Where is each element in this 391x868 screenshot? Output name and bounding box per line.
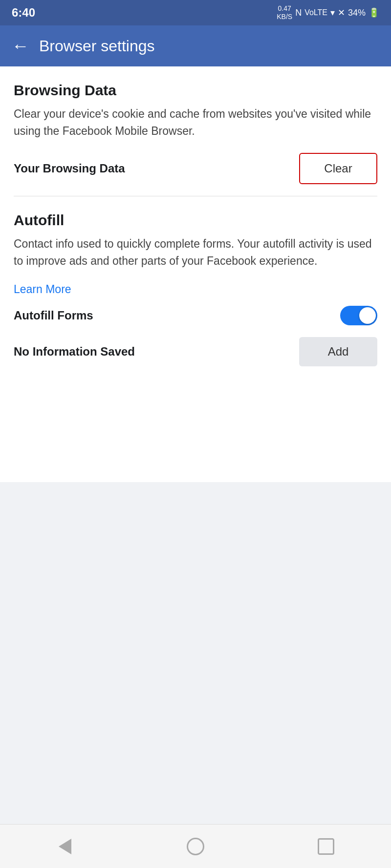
browsing-data-section: Browsing Data Clear your device's cookie… [14, 82, 377, 184]
nav-back-button[interactable] [50, 832, 80, 861]
main-content: Browsing Data Clear your device's cookie… [0, 66, 391, 482]
toggle-knob [359, 307, 376, 324]
add-button[interactable]: Add [299, 337, 377, 366]
browsing-data-label: Your Browsing Data [14, 162, 125, 175]
autofill-description: Contact info used to quickly complete fo… [14, 235, 377, 269]
bottom-nav [0, 824, 391, 868]
autofill-forms-label: Autofill Forms [14, 309, 93, 322]
status-time: 6:40 [12, 6, 35, 20]
battery-level: 34% [348, 8, 366, 18]
volte-icon: VoLTE [304, 8, 327, 17]
autofill-toggle[interactable] [340, 306, 377, 325]
browsing-data-description: Clear your device's cookie and cache fro… [14, 106, 377, 139]
nav-recents-button[interactable] [311, 832, 341, 861]
clear-button[interactable]: Clear [299, 153, 377, 184]
no-info-row: No Information Saved Add [14, 337, 377, 366]
section-divider [14, 196, 377, 196]
wifi-icon: ▾ [330, 7, 335, 18]
signal-icon: ✕ [338, 7, 345, 18]
nav-recents-icon [318, 838, 334, 855]
learn-more-link[interactable]: Learn More [14, 283, 377, 296]
back-button[interactable]: ← [12, 37, 29, 55]
browsing-data-row: Your Browsing Data Clear [14, 153, 377, 184]
nfc-icon: N [295, 8, 302, 18]
autofill-section: Autofill Contact info used to quickly co… [14, 212, 377, 366]
nav-back-icon [59, 839, 71, 854]
status-icons: 0.47 KB/S N VoLTE ▾ ✕ 34% 🔋 [277, 4, 379, 21]
nav-home-icon [187, 838, 204, 855]
app-bar: ← Browser settings [0, 25, 391, 66]
battery-icon: 🔋 [369, 7, 379, 18]
empty-area [0, 482, 391, 824]
browsing-data-title: Browsing Data [14, 82, 377, 99]
nav-home-button[interactable] [181, 832, 210, 861]
status-bar: 6:40 0.47 KB/S N VoLTE ▾ ✕ 34% 🔋 [0, 0, 391, 25]
data-speed: 0.47 KB/S [277, 4, 292, 21]
autofill-title: Autofill [14, 212, 377, 229]
autofill-toggle-row: Autofill Forms [14, 306, 377, 325]
no-info-label: No Information Saved [14, 345, 135, 359]
page-title: Browser settings [39, 37, 155, 55]
